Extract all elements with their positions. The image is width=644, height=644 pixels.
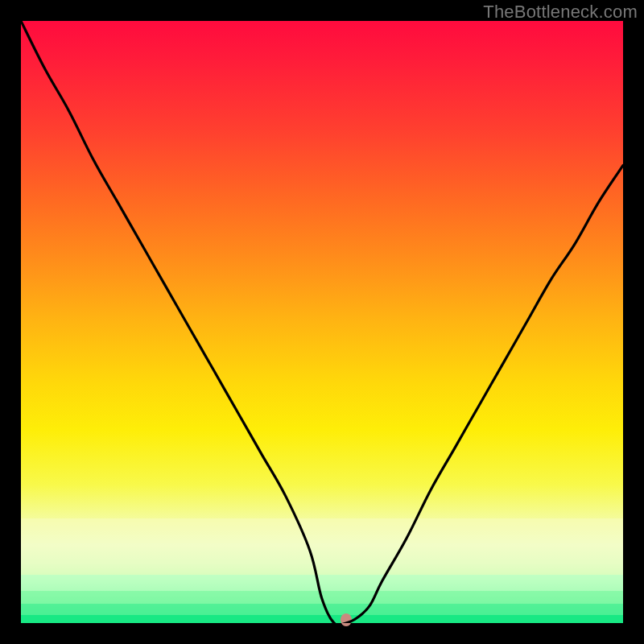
chart-frame: TheBottleneck.com <box>0 0 644 644</box>
plot-area <box>21 21 623 623</box>
watermark-text: TheBottleneck.com <box>483 2 638 23</box>
bottleneck-curve <box>21 21 623 623</box>
